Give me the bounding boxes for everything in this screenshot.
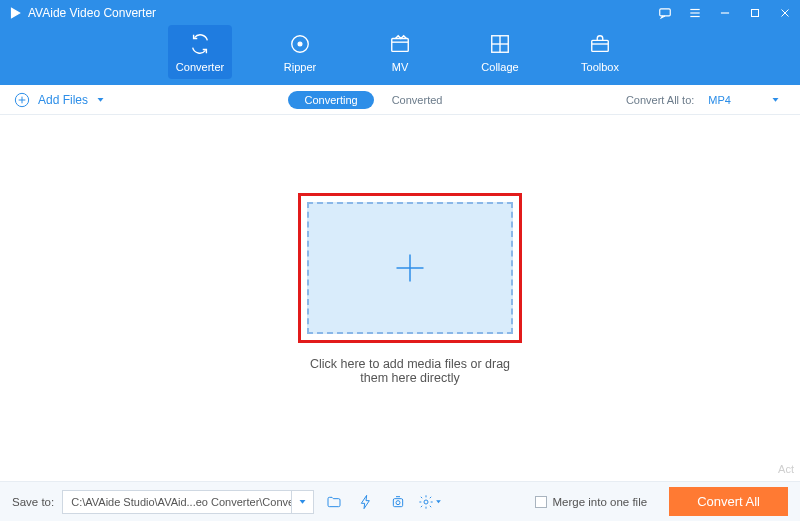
- svg-point-10: [298, 42, 302, 46]
- output-format-select[interactable]: MP4: [702, 92, 786, 108]
- tab-mv-label: MV: [392, 61, 409, 73]
- watermark-text: Act: [778, 463, 794, 475]
- tab-collage[interactable]: Collage: [468, 25, 532, 79]
- window-controls: [658, 6, 792, 20]
- convert-all-to-label: Convert All to:: [626, 94, 694, 106]
- svg-marker-27: [436, 500, 441, 503]
- subbar-tabs: Converting Converted: [288, 91, 442, 109]
- collage-icon: [489, 33, 511, 55]
- main-area: Click here to add media files or drag th…: [0, 115, 800, 481]
- converter-icon: [189, 33, 211, 55]
- plus-icon: [392, 250, 428, 286]
- chevron-down-icon: [771, 95, 780, 104]
- merge-label: Merge into one file: [553, 496, 648, 508]
- save-path-select[interactable]: C:\AVAide Studio\AVAid...eo Converter\Co…: [62, 490, 314, 514]
- mv-icon: [389, 33, 411, 55]
- minimize-icon[interactable]: [718, 6, 732, 20]
- merge-checkbox[interactable]: Merge into one file: [535, 496, 648, 508]
- svg-rect-15: [592, 40, 609, 51]
- open-folder-button[interactable]: [322, 490, 346, 514]
- maximize-icon[interactable]: [748, 6, 762, 20]
- checkbox-icon: [535, 496, 547, 508]
- add-files-label: Add Files: [38, 93, 88, 107]
- subbar: Add Files Converting Converted Convert A…: [0, 85, 800, 115]
- tab-mv[interactable]: MV: [368, 25, 432, 79]
- svg-point-26: [424, 500, 428, 504]
- app-title: AVAide Video Converter: [28, 6, 156, 20]
- convert-all-to-group: Convert All to: MP4: [626, 92, 786, 108]
- add-files-button[interactable]: Add Files: [14, 92, 105, 108]
- titlebar: AVAide Video Converter: [0, 0, 800, 22]
- svg-rect-6: [752, 9, 759, 16]
- main-tabs: Converter Ripper MV Collage: [0, 25, 800, 79]
- app-title-group: AVAide Video Converter: [8, 6, 156, 20]
- svg-point-25: [396, 500, 400, 504]
- save-path-value: C:\AVAide Studio\AVAid...eo Converter\Co…: [63, 496, 291, 508]
- tab-converter[interactable]: Converter: [168, 25, 232, 79]
- close-icon[interactable]: [778, 6, 792, 20]
- high-speed-button[interactable]: [386, 490, 410, 514]
- svg-marker-19: [98, 98, 104, 102]
- footer: Save to: C:\AVAide Studio\AVAid...eo Con…: [0, 481, 800, 521]
- tab-collage-label: Collage: [481, 61, 518, 73]
- svg-rect-11: [392, 39, 409, 52]
- add-files-caret-icon: [96, 95, 105, 104]
- hw-accel-button[interactable]: [354, 490, 378, 514]
- dropzone-wrapper: Click here to add media files or drag th…: [298, 193, 522, 385]
- sub-tab-converted[interactable]: Converted: [392, 94, 443, 106]
- tab-toolbox[interactable]: Toolbox: [568, 25, 632, 79]
- tab-converter-label: Converter: [176, 61, 224, 73]
- svg-rect-1: [660, 8, 671, 15]
- app-logo-icon: [8, 6, 22, 20]
- dropzone-instruction: Click here to add media files or drag th…: [298, 357, 522, 385]
- svg-marker-20: [772, 98, 778, 102]
- save-path-caret-icon: [291, 491, 313, 513]
- settings-button[interactable]: [418, 490, 442, 514]
- highlight-frame: [298, 193, 522, 343]
- output-format-value: MP4: [708, 94, 731, 106]
- header: AVAide Video Converter: [0, 0, 800, 85]
- app-window: AVAide Video Converter: [0, 0, 800, 521]
- svg-marker-0: [12, 8, 20, 17]
- tab-ripper[interactable]: Ripper: [268, 25, 332, 79]
- menu-icon[interactable]: [688, 6, 702, 20]
- convert-all-button[interactable]: Convert All: [669, 487, 788, 516]
- save-to-label: Save to:: [12, 496, 54, 508]
- svg-rect-24: [394, 498, 403, 506]
- sub-tab-converting[interactable]: Converting: [288, 91, 373, 109]
- tab-toolbox-label: Toolbox: [581, 61, 619, 73]
- feedback-icon[interactable]: [658, 6, 672, 20]
- ripper-icon: [289, 33, 311, 55]
- svg-marker-23: [300, 500, 306, 504]
- add-plus-icon: [14, 92, 30, 108]
- tab-ripper-label: Ripper: [284, 61, 316, 73]
- toolbox-icon: [589, 33, 611, 55]
- dropzone[interactable]: [307, 202, 513, 334]
